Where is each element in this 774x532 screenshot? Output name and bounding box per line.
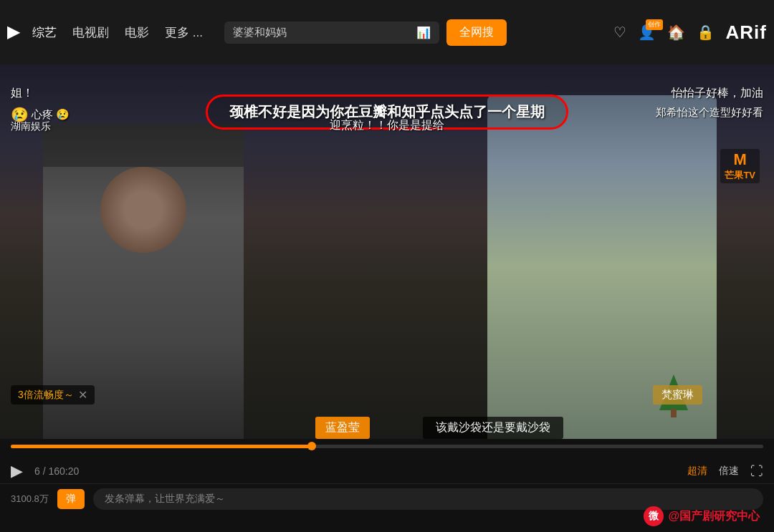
- create-badge: 创作: [646, 19, 663, 30]
- heart-icon[interactable]: ♡: [613, 24, 626, 41]
- speed-control-label[interactable]: 倍速: [719, 465, 739, 478]
- nav-item-tv[interactable]: 电视剧: [72, 24, 109, 41]
- search-button[interactable]: 全网搜: [446, 19, 507, 46]
- speed-label: 3倍流畅度～: [18, 389, 74, 402]
- danmaku-left-top: 姐！: [11, 86, 34, 101]
- danmaku-left-brand: 湖南娱乐: [11, 120, 51, 133]
- mango-tv-logo: M 芒果TV: [720, 149, 760, 183]
- views-count: 3100.8万: [11, 493, 49, 506]
- danmaku-center-sub: 迎烹粒！！你是是提给: [330, 118, 444, 133]
- mango-tv-text: 芒果TV: [725, 169, 755, 182]
- nav-icon-group: ♡ 👤 创作 🏠 🔒 ARif: [613, 21, 767, 44]
- danmaku-right-top: 怡怡子好棒，加油: [672, 86, 763, 101]
- progress-thumb[interactable]: [307, 442, 316, 450]
- quality-label[interactable]: 超清: [687, 465, 707, 478]
- video-controls: ▶ 6 / 160:20 超清 倍速 ⛶ 3100.8万 弹 发条弹幕，让世界充…: [0, 439, 774, 532]
- danmaku-right-sub: 郑希怡这个造型好好看: [656, 106, 763, 120]
- close-speed-icon[interactable]: ✕: [78, 388, 87, 402]
- search-input-text: 婆婆和妈妈: [233, 26, 411, 39]
- time-display: 6 / 160:20: [34, 465, 79, 477]
- weibo-watermark: 微 @国产剧研究中心: [644, 506, 760, 526]
- nav-item-more[interactable]: 更多 ...: [165, 24, 203, 41]
- name-tag-lanyingying: 蓝盈莹: [315, 417, 370, 439]
- play-button[interactable]: ▶: [11, 462, 23, 480]
- time-current: 6: [34, 465, 40, 477]
- top-navigation: ▶ 综艺 电视剧 电影 更多 ... 婆婆和妈妈 📊 全网搜 ♡ 👤 创作 🏠 …: [0, 0, 774, 64]
- control-row: ▶ 6 / 160:20 超清 倍速 ⛶: [0, 459, 774, 483]
- progress-area[interactable]: [0, 439, 774, 459]
- home-icon[interactable]: 🏠: [667, 24, 685, 41]
- name-tag-fanmilin: 梵蜜琳: [653, 385, 702, 405]
- speed-badge: 3倍流畅度～ ✕: [11, 385, 95, 405]
- search-bar[interactable]: 婆婆和妈妈 📊: [224, 21, 439, 44]
- lock-icon[interactable]: 🔒: [697, 24, 715, 41]
- danmaku-left-mid: 心疼 😢: [32, 108, 70, 122]
- arif-label: ARif: [726, 21, 767, 44]
- app-logo: ▶: [7, 23, 19, 42]
- video-subtitle: 该戴沙袋还是要戴沙袋: [423, 417, 563, 439]
- progress-track[interactable]: [11, 445, 763, 448]
- video-player: M 芒果TV 姐！ 😢 心疼 😢 湖南娱乐 颈椎不好是因为你在豆瓣和知乎点头点了…: [0, 64, 774, 439]
- weibo-account: @国产剧研究中心: [668, 509, 760, 524]
- video-background: M 芒果TV 姐！ 😢 心疼 😢 湖南娱乐 颈椎不好是因为你在豆瓣和知乎点头点了…: [0, 64, 774, 439]
- time-total: 160:20: [48, 465, 79, 477]
- nav-item-variety[interactable]: 综艺: [32, 24, 57, 41]
- progress-fill: [11, 445, 312, 448]
- nav-item-movie[interactable]: 电影: [125, 24, 149, 41]
- comment-row: 3100.8万 弹 发条弹幕，让世界充满爱～ 微 @国产剧研究中心: [0, 483, 774, 514]
- fullscreen-button[interactable]: ⛶: [750, 464, 763, 479]
- mango-m-icon: M: [734, 150, 747, 169]
- tree-trunk: [671, 409, 677, 417]
- bar-chart-icon: 📊: [416, 26, 431, 39]
- create-icon[interactable]: 👤 创作: [638, 24, 656, 41]
- weibo-icon: 微: [644, 506, 664, 526]
- danmaku-toggle-button[interactable]: 弹: [57, 489, 85, 509]
